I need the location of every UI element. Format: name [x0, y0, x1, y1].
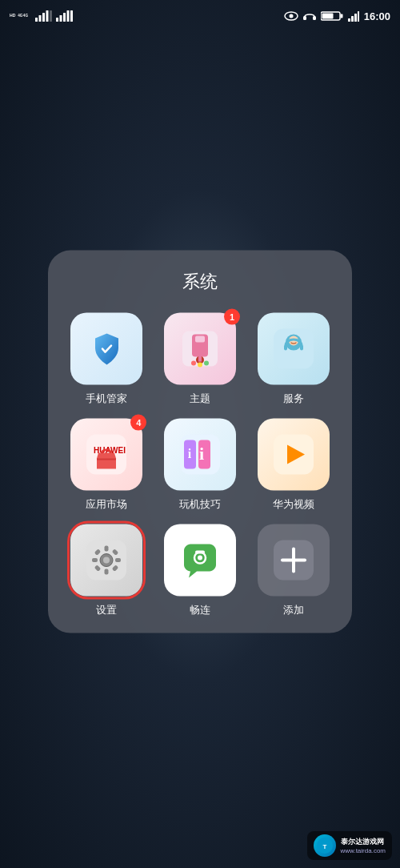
app-phone-manager[interactable]: 手机管家 [64, 313, 150, 406]
theme-icon [164, 313, 236, 385]
smooth-label: 畅连 [190, 603, 210, 617]
service-label: 服务 [283, 392, 304, 406]
theme-label: 主题 [190, 392, 210, 406]
app-icon-wrapper-phone-manager [70, 313, 142, 385]
svg-rect-51 [105, 546, 109, 552]
svg-rect-53 [92, 558, 98, 562]
folder-title: 系统 [64, 270, 336, 294]
svg-point-14 [289, 14, 293, 18]
app-settings[interactable]: 设置 [64, 524, 150, 617]
theme-svg [176, 325, 224, 373]
svg-rect-9 [60, 15, 62, 22]
svg-rect-16 [313, 16, 316, 20]
appmarket-badge: 4 [130, 415, 146, 431]
tips-svg: i i [176, 431, 224, 479]
status-left: HD 4G 4G [10, 10, 74, 22]
app-add[interactable]: 添加 [250, 524, 336, 617]
headphone-icon [303, 10, 316, 22]
svg-rect-37 [300, 345, 303, 351]
app-service[interactable]: 服务 [250, 313, 336, 406]
app-appmarket[interactable]: 4 HUAWEI 应用市场 [64, 419, 150, 512]
status-bar: HD 4G 4G [0, 0, 400, 32]
tips-icon: i i [164, 419, 236, 491]
svg-rect-10 [63, 13, 66, 22]
svg-rect-5 [42, 13, 45, 22]
app-video[interactable]: 华为视频 [250, 419, 336, 512]
watermark-icon: T [316, 837, 334, 854]
svg-rect-18 [340, 14, 342, 18]
settings-icon [70, 524, 142, 597]
video-icon [258, 419, 330, 491]
app-smooth[interactable]: 畅连 [158, 524, 243, 617]
svg-point-61 [198, 556, 202, 561]
appmarket-svg: HUAWEI [82, 431, 130, 479]
smooth-icon [164, 524, 236, 597]
svg-rect-40 [97, 459, 116, 460]
svg-rect-23 [354, 14, 357, 22]
phone-manager-svg [85, 327, 129, 371]
svg-point-32 [204, 361, 209, 366]
svg-rect-22 [351, 16, 354, 22]
phone-manager-label: 手机管家 [86, 392, 127, 406]
service-svg [270, 325, 318, 373]
app-icon-wrapper-settings [70, 524, 142, 597]
svg-text:4G: 4G [18, 14, 23, 18]
app-tips[interactable]: i i 玩机技巧 [158, 419, 243, 512]
svg-text:i: i [188, 447, 192, 460]
svg-rect-4 [39, 15, 42, 22]
svg-point-30 [191, 361, 196, 366]
watermark-name: 泰尔达游戏网 [341, 837, 386, 847]
apps-grid: 手机管家 1 [64, 313, 336, 617]
app-icon-wrapper-smooth [164, 524, 236, 597]
add-icon [258, 524, 330, 597]
tips-label: 玩机技巧 [179, 497, 221, 512]
video-svg [270, 431, 318, 479]
svg-rect-29 [198, 356, 202, 362]
svg-rect-11 [67, 10, 70, 22]
watermark: T 泰尔达游戏网 www.tairda.com [307, 831, 392, 860]
settings-label: 设置 [96, 603, 117, 617]
app-icon-wrapper-add [258, 524, 330, 597]
video-label: 华为视频 [273, 497, 314, 512]
app-icon-wrapper-service [258, 313, 330, 385]
svg-rect-15 [303, 16, 306, 20]
svg-point-31 [198, 363, 202, 368]
svg-rect-62 [195, 551, 205, 554]
app-theme[interactable]: 1 主题 [158, 313, 243, 406]
svg-text:i: i [199, 444, 204, 464]
svg-rect-8 [56, 18, 58, 22]
signal-bars-2-icon [56, 10, 74, 22]
svg-rect-7 [50, 10, 52, 22]
svg-text:4G: 4G [23, 14, 29, 18]
svg-rect-6 [46, 10, 49, 22]
app-icon-wrapper-appmarket: 4 HUAWEI [70, 419, 142, 491]
svg-rect-19 [322, 14, 333, 19]
svg-rect-27 [195, 336, 205, 343]
watermark-logo: T [314, 834, 336, 857]
appmarket-label: 应用市场 [86, 497, 127, 512]
app-icon-wrapper-video [258, 419, 330, 491]
clock: 16:00 [364, 10, 390, 22]
svg-text:HD: HD [10, 13, 16, 18]
svg-rect-52 [105, 569, 109, 575]
svg-rect-3 [35, 18, 38, 22]
svg-rect-21 [348, 18, 350, 22]
appmarket-icon: HUAWEI [70, 419, 142, 491]
signal-bars-icon [35, 10, 53, 22]
watermark-site: www.tairda.com [341, 847, 386, 854]
svg-point-50 [103, 557, 110, 564]
svg-rect-36 [284, 345, 287, 351]
add-svg [270, 536, 318, 585]
app-icon-wrapper-tips: i i [164, 419, 236, 491]
watermark-text-block: 泰尔达游戏网 www.tairda.com [341, 837, 386, 854]
signal-text: HD 4G 4G [10, 10, 32, 22]
wifi-icon [348, 10, 359, 22]
svg-rect-54 [115, 558, 121, 562]
status-right: 40 16:00 [284, 10, 390, 22]
svg-rect-24 [358, 11, 359, 22]
eye-icon [284, 10, 298, 22]
theme-badge: 1 [224, 309, 240, 325]
app-icon-wrapper-theme: 1 [164, 313, 236, 385]
add-label: 添加 [283, 603, 304, 617]
folder-container: 系统 手机管家 [48, 251, 352, 633]
